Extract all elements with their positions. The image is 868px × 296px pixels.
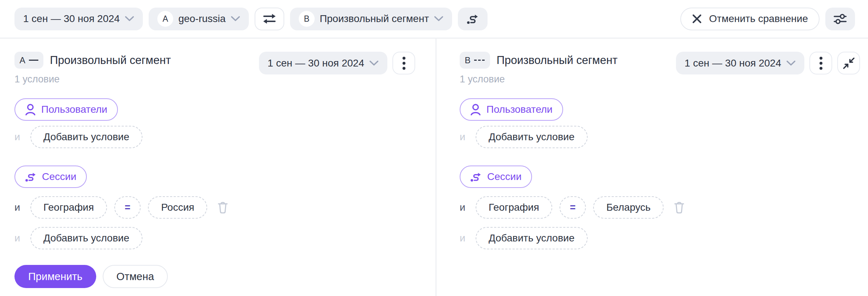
- panel-b-delete-condition-button[interactable]: [674, 201, 685, 214]
- session-flow-icon: [25, 171, 37, 183]
- and-connector: и: [460, 232, 468, 244]
- trash-icon: [217, 201, 228, 214]
- panel-b-condition-operator[interactable]: =: [559, 196, 586, 219]
- session-flow-icon: [470, 171, 482, 183]
- segment-tool-button[interactable]: [458, 8, 488, 30]
- apply-button[interactable]: Применить: [14, 265, 96, 288]
- segment-comparison-panels: A Произвольный сегмент 1 условие 1 сен —…: [0, 39, 868, 296]
- panel-a-condition-value[interactable]: Россия: [148, 196, 207, 219]
- panel-b-date-range-selector[interactable]: 1 сен — 30 ноя 2024: [676, 52, 804, 74]
- date-range-label: 1 сен — 30 ноя 2024: [23, 13, 120, 25]
- close-icon: [692, 14, 702, 24]
- segment-a-badge-letter: A: [20, 55, 25, 65]
- top-toolbar: 1 сен — 30 ноя 2024 A geo-russia: [0, 0, 868, 39]
- chevron-down-icon: [369, 60, 379, 66]
- panel-a-users-label: Пользователи: [41, 104, 107, 115]
- panel-b-date-range-label: 1 сен — 30 ноя 2024: [685, 57, 781, 69]
- toolbar-left-group: 1 сен — 30 ноя 2024 A geo-russia: [14, 8, 488, 30]
- panel-b-condition-count: 1 условие: [460, 74, 617, 85]
- segment-b-badge: B: [460, 52, 490, 69]
- panel-b-users-label: Пользователи: [486, 104, 553, 115]
- cancel-button[interactable]: Отмена: [103, 265, 168, 288]
- segment-a-selector[interactable]: A geo-russia: [149, 8, 249, 30]
- panel-b-title-block: B Произвольный сегмент 1 условие: [460, 52, 617, 85]
- panel-a-more-menu-button[interactable]: [392, 52, 415, 74]
- and-connector: и: [460, 131, 468, 143]
- panel-a-condition-attribute[interactable]: География: [30, 196, 107, 219]
- panel-b-sessions-scope-button[interactable]: Сессии: [460, 166, 532, 188]
- collapse-panel-button[interactable]: [837, 52, 860, 74]
- kebab-menu-icon: [819, 56, 823, 70]
- person-icon: [25, 103, 36, 116]
- segment-panel-a: A Произвольный сегмент 1 условие 1 сен —…: [0, 39, 437, 296]
- and-connector: и: [14, 131, 23, 143]
- cancel-comparison-button[interactable]: Отменить сравнение: [680, 8, 820, 30]
- panel-b-condition-attribute[interactable]: География: [476, 196, 552, 219]
- chevron-down-icon: [231, 16, 240, 22]
- swap-arrows-icon: [262, 13, 277, 25]
- panel-b-header-controls: 1 сен — 30 ноя 2024: [676, 52, 860, 74]
- sliders-icon: [833, 13, 847, 25]
- panel-b-users-scope-button[interactable]: Пользователи: [460, 98, 563, 121]
- kebab-menu-icon: [402, 56, 406, 70]
- swap-segments-button[interactable]: [255, 8, 284, 30]
- toolbar-right-group: Отменить сравнение: [680, 8, 855, 30]
- trash-icon: [674, 201, 685, 214]
- segment-a-badge: A: [14, 52, 43, 69]
- panel-a-title: Произвольный сегмент: [50, 54, 171, 67]
- panel-a-date-range-label: 1 сен — 30 ноя 2024: [268, 57, 364, 69]
- panel-b-header: B Произвольный сегмент 1 условие 1 сен —…: [460, 52, 860, 85]
- chevron-down-icon: [786, 60, 796, 66]
- panel-a-condition-count: 1 условие: [14, 74, 171, 85]
- date-range-selector[interactable]: 1 сен — 30 ноя 2024: [14, 8, 143, 30]
- segment-b-selector[interactable]: B Произвольный сегмент: [290, 8, 452, 30]
- panel-a-sessions-scope-button[interactable]: Сессии: [14, 166, 87, 188]
- segment-b-badge-letter: B: [465, 55, 471, 65]
- panel-a-condition-operator[interactable]: =: [114, 196, 141, 219]
- segment-flow-icon: [467, 13, 479, 25]
- segment-a-label: geo-russia: [178, 13, 226, 25]
- and-connector: и: [14, 232, 23, 244]
- and-connector: и: [14, 202, 23, 213]
- segment-b-label: Произвольный сегмент: [320, 13, 429, 25]
- panel-a-sessions-label: Сессии: [42, 171, 76, 183]
- panel-b-sessions-label: Сессии: [487, 171, 522, 183]
- cancel-comparison-label: Отменить сравнение: [709, 13, 808, 25]
- panel-a-title-block: A Произвольный сегмент 1 условие: [14, 52, 171, 85]
- panel-b-sessions-add-condition-button[interactable]: Добавить условие: [476, 227, 588, 249]
- panel-b-users-add-condition-button[interactable]: Добавить условие: [476, 126, 588, 148]
- panel-a-sessions-add-condition-button[interactable]: Добавить условие: [30, 227, 142, 249]
- dashed-line-sample-icon: [474, 60, 485, 61]
- chevron-down-icon: [125, 16, 134, 22]
- segment-panel-b: B Произвольный сегмент 1 условие 1 сен —…: [437, 39, 868, 296]
- solid-line-sample-icon: [29, 60, 38, 61]
- panel-a-users-add-condition-button[interactable]: Добавить условие: [30, 126, 142, 148]
- panel-a-header-controls: 1 сен — 30 ноя 2024: [259, 52, 415, 74]
- segmentation-settings-button[interactable]: [825, 8, 855, 30]
- panel-a-delete-condition-button[interactable]: [217, 201, 228, 214]
- panel-b-condition-value[interactable]: Беларусь: [593, 196, 663, 219]
- and-connector: и: [460, 202, 468, 213]
- chevron-down-icon: [434, 16, 443, 22]
- panel-a-header: A Произвольный сегмент 1 условие 1 сен —…: [14, 52, 415, 85]
- segment-a-letter-badge: A: [157, 11, 173, 27]
- panel-a-users-scope-button[interactable]: Пользователи: [14, 98, 118, 121]
- panel-a-date-range-selector[interactable]: 1 сен — 30 ноя 2024: [259, 52, 387, 74]
- collapse-arrows-icon: [843, 57, 855, 69]
- segment-b-letter-badge: B: [299, 11, 315, 27]
- panel-b-title: Произвольный сегмент: [497, 54, 617, 67]
- person-icon: [470, 103, 481, 116]
- panel-b-more-menu-button[interactable]: [809, 52, 832, 74]
